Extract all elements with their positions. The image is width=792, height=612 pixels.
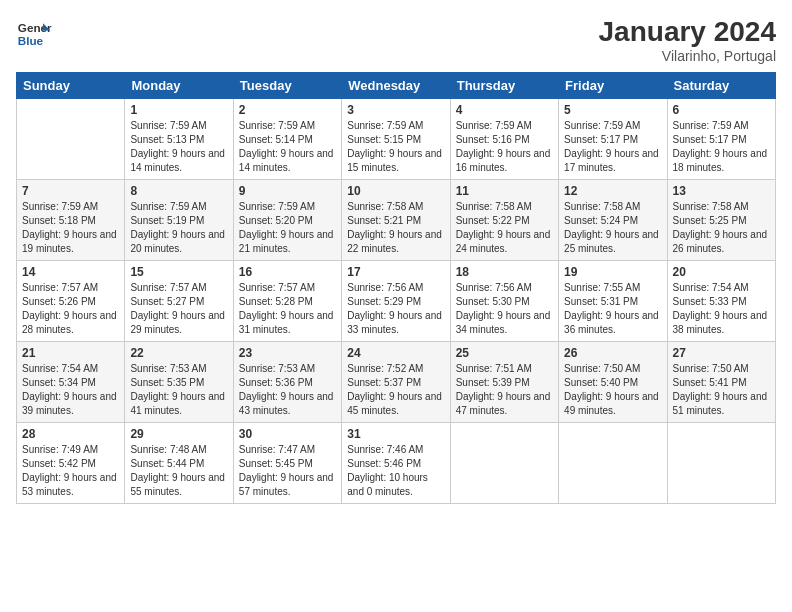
- table-row: 15 Sunrise: 7:57 AMSunset: 5:27 PMDaylig…: [125, 261, 233, 342]
- day-info: Sunrise: 7:53 AMSunset: 5:35 PMDaylight:…: [130, 362, 227, 418]
- day-number: 15: [130, 265, 227, 279]
- calendar-table: Sunday Monday Tuesday Wednesday Thursday…: [16, 72, 776, 504]
- day-info: Sunrise: 7:59 AMSunset: 5:19 PMDaylight:…: [130, 200, 227, 256]
- day-info: Sunrise: 7:57 AMSunset: 5:26 PMDaylight:…: [22, 281, 119, 337]
- table-row: [17, 99, 125, 180]
- day-number: 1: [130, 103, 227, 117]
- day-info: Sunrise: 7:59 AMSunset: 5:17 PMDaylight:…: [673, 119, 770, 175]
- day-number: 16: [239, 265, 336, 279]
- day-number: 20: [673, 265, 770, 279]
- day-info: Sunrise: 7:54 AMSunset: 5:34 PMDaylight:…: [22, 362, 119, 418]
- logo: General Blue: [16, 16, 52, 52]
- day-info: Sunrise: 7:57 AMSunset: 5:27 PMDaylight:…: [130, 281, 227, 337]
- day-number: 4: [456, 103, 553, 117]
- day-number: 14: [22, 265, 119, 279]
- logo-icon: General Blue: [16, 16, 52, 52]
- table-row: 22 Sunrise: 7:53 AMSunset: 5:35 PMDaylig…: [125, 342, 233, 423]
- table-row: 16 Sunrise: 7:57 AMSunset: 5:28 PMDaylig…: [233, 261, 341, 342]
- day-number: 24: [347, 346, 444, 360]
- table-row: 27 Sunrise: 7:50 AMSunset: 5:41 PMDaylig…: [667, 342, 775, 423]
- day-info: Sunrise: 7:53 AMSunset: 5:36 PMDaylight:…: [239, 362, 336, 418]
- col-thursday: Thursday: [450, 73, 558, 99]
- day-number: 2: [239, 103, 336, 117]
- table-row: [667, 423, 775, 504]
- day-number: 28: [22, 427, 119, 441]
- table-row: 10 Sunrise: 7:58 AMSunset: 5:21 PMDaylig…: [342, 180, 450, 261]
- table-row: 17 Sunrise: 7:56 AMSunset: 5:29 PMDaylig…: [342, 261, 450, 342]
- table-row: 21 Sunrise: 7:54 AMSunset: 5:34 PMDaylig…: [17, 342, 125, 423]
- table-row: 30 Sunrise: 7:47 AMSunset: 5:45 PMDaylig…: [233, 423, 341, 504]
- day-number: 7: [22, 184, 119, 198]
- day-info: Sunrise: 7:50 AMSunset: 5:41 PMDaylight:…: [673, 362, 770, 418]
- day-number: 8: [130, 184, 227, 198]
- table-row: 1 Sunrise: 7:59 AMSunset: 5:13 PMDayligh…: [125, 99, 233, 180]
- day-info: Sunrise: 7:55 AMSunset: 5:31 PMDaylight:…: [564, 281, 661, 337]
- calendar-week-row: 21 Sunrise: 7:54 AMSunset: 5:34 PMDaylig…: [17, 342, 776, 423]
- title-block: January 2024 Vilarinho, Portugal: [599, 16, 776, 64]
- day-number: 25: [456, 346, 553, 360]
- table-row: 24 Sunrise: 7:52 AMSunset: 5:37 PMDaylig…: [342, 342, 450, 423]
- svg-text:Blue: Blue: [18, 34, 44, 47]
- col-sunday: Sunday: [17, 73, 125, 99]
- day-info: Sunrise: 7:50 AMSunset: 5:40 PMDaylight:…: [564, 362, 661, 418]
- day-number: 31: [347, 427, 444, 441]
- table-row: 13 Sunrise: 7:58 AMSunset: 5:25 PMDaylig…: [667, 180, 775, 261]
- table-row: 6 Sunrise: 7:59 AMSunset: 5:17 PMDayligh…: [667, 99, 775, 180]
- day-number: 21: [22, 346, 119, 360]
- table-row: 29 Sunrise: 7:48 AMSunset: 5:44 PMDaylig…: [125, 423, 233, 504]
- day-info: Sunrise: 7:51 AMSunset: 5:39 PMDaylight:…: [456, 362, 553, 418]
- day-info: Sunrise: 7:59 AMSunset: 5:20 PMDaylight:…: [239, 200, 336, 256]
- day-info: Sunrise: 7:58 AMSunset: 5:25 PMDaylight:…: [673, 200, 770, 256]
- col-tuesday: Tuesday: [233, 73, 341, 99]
- day-info: Sunrise: 7:59 AMSunset: 5:16 PMDaylight:…: [456, 119, 553, 175]
- day-info: Sunrise: 7:56 AMSunset: 5:29 PMDaylight:…: [347, 281, 444, 337]
- day-number: 26: [564, 346, 661, 360]
- day-info: Sunrise: 7:58 AMSunset: 5:21 PMDaylight:…: [347, 200, 444, 256]
- day-number: 3: [347, 103, 444, 117]
- table-row: 4 Sunrise: 7:59 AMSunset: 5:16 PMDayligh…: [450, 99, 558, 180]
- col-saturday: Saturday: [667, 73, 775, 99]
- table-row: 11 Sunrise: 7:58 AMSunset: 5:22 PMDaylig…: [450, 180, 558, 261]
- table-row: 26 Sunrise: 7:50 AMSunset: 5:40 PMDaylig…: [559, 342, 667, 423]
- table-row: 12 Sunrise: 7:58 AMSunset: 5:24 PMDaylig…: [559, 180, 667, 261]
- table-row: [450, 423, 558, 504]
- table-row: 20 Sunrise: 7:54 AMSunset: 5:33 PMDaylig…: [667, 261, 775, 342]
- day-info: Sunrise: 7:47 AMSunset: 5:45 PMDaylight:…: [239, 443, 336, 499]
- table-row: 28 Sunrise: 7:49 AMSunset: 5:42 PMDaylig…: [17, 423, 125, 504]
- day-info: Sunrise: 7:54 AMSunset: 5:33 PMDaylight:…: [673, 281, 770, 337]
- col-wednesday: Wednesday: [342, 73, 450, 99]
- day-number: 12: [564, 184, 661, 198]
- table-row: 18 Sunrise: 7:56 AMSunset: 5:30 PMDaylig…: [450, 261, 558, 342]
- day-info: Sunrise: 7:59 AMSunset: 5:14 PMDaylight:…: [239, 119, 336, 175]
- day-info: Sunrise: 7:59 AMSunset: 5:18 PMDaylight:…: [22, 200, 119, 256]
- table-row: 23 Sunrise: 7:53 AMSunset: 5:36 PMDaylig…: [233, 342, 341, 423]
- day-number: 22: [130, 346, 227, 360]
- day-number: 29: [130, 427, 227, 441]
- table-row: 8 Sunrise: 7:59 AMSunset: 5:19 PMDayligh…: [125, 180, 233, 261]
- calendar-header-row: Sunday Monday Tuesday Wednesday Thursday…: [17, 73, 776, 99]
- day-number: 30: [239, 427, 336, 441]
- location-subtitle: Vilarinho, Portugal: [599, 48, 776, 64]
- day-info: Sunrise: 7:59 AMSunset: 5:13 PMDaylight:…: [130, 119, 227, 175]
- day-number: 6: [673, 103, 770, 117]
- day-info: Sunrise: 7:48 AMSunset: 5:44 PMDaylight:…: [130, 443, 227, 499]
- day-info: Sunrise: 7:56 AMSunset: 5:30 PMDaylight:…: [456, 281, 553, 337]
- day-info: Sunrise: 7:59 AMSunset: 5:17 PMDaylight:…: [564, 119, 661, 175]
- page-header: General Blue January 2024 Vilarinho, Por…: [16, 16, 776, 64]
- table-row: 25 Sunrise: 7:51 AMSunset: 5:39 PMDaylig…: [450, 342, 558, 423]
- day-info: Sunrise: 7:52 AMSunset: 5:37 PMDaylight:…: [347, 362, 444, 418]
- day-info: Sunrise: 7:49 AMSunset: 5:42 PMDaylight:…: [22, 443, 119, 499]
- col-friday: Friday: [559, 73, 667, 99]
- table-row: 2 Sunrise: 7:59 AMSunset: 5:14 PMDayligh…: [233, 99, 341, 180]
- table-row: [559, 423, 667, 504]
- table-row: 3 Sunrise: 7:59 AMSunset: 5:15 PMDayligh…: [342, 99, 450, 180]
- table-row: 19 Sunrise: 7:55 AMSunset: 5:31 PMDaylig…: [559, 261, 667, 342]
- day-number: 5: [564, 103, 661, 117]
- calendar-week-row: 14 Sunrise: 7:57 AMSunset: 5:26 PMDaylig…: [17, 261, 776, 342]
- day-number: 17: [347, 265, 444, 279]
- day-info: Sunrise: 7:58 AMSunset: 5:24 PMDaylight:…: [564, 200, 661, 256]
- day-number: 18: [456, 265, 553, 279]
- day-number: 23: [239, 346, 336, 360]
- table-row: 9 Sunrise: 7:59 AMSunset: 5:20 PMDayligh…: [233, 180, 341, 261]
- day-number: 13: [673, 184, 770, 198]
